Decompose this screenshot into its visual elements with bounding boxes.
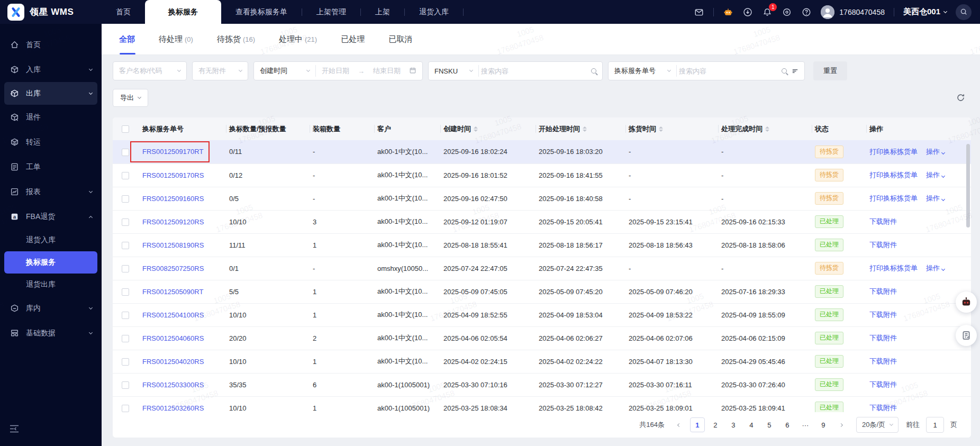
order-number-link[interactable]: FRS0012504100RS bbox=[142, 311, 204, 319]
download-attachment-link[interactable]: 下载附件 bbox=[869, 217, 897, 225]
order-number-link[interactable]: FRS0012503300RS bbox=[142, 381, 204, 389]
top-menu-item-shelf-management[interactable]: 上架管理 bbox=[302, 0, 360, 24]
export-button[interactable]: 导出 bbox=[113, 89, 148, 107]
goto-page-input[interactable] bbox=[926, 417, 944, 433]
row-checkbox[interactable] bbox=[122, 242, 129, 249]
top-menu-item-relabel-service[interactable]: 换标服务 bbox=[145, 0, 221, 24]
robot-assistant-icon[interactable] bbox=[723, 7, 733, 17]
filter-lines-icon[interactable] bbox=[791, 67, 804, 75]
order-search-input[interactable] bbox=[677, 62, 782, 80]
operation-dropdown[interactable]: 操作 bbox=[926, 194, 945, 202]
order-number-link[interactable]: FRS0012509170RS bbox=[142, 171, 204, 179]
order-number-link[interactable]: FRS0012504020RS bbox=[142, 358, 204, 366]
download-attachment-link[interactable]: 下载附件 bbox=[869, 380, 897, 388]
column-picked[interactable]: 拣货时间 bbox=[625, 117, 718, 140]
row-checkbox[interactable] bbox=[122, 265, 129, 272]
sidebar-item-returns[interactable]: 退件 bbox=[0, 105, 102, 130]
column-started[interactable]: 开始处理时间 bbox=[536, 117, 625, 140]
download-attachment-link[interactable]: 下载附件 bbox=[869, 311, 897, 318]
top-menu-item-view-relabel-orders[interactable]: 查看换标服务单 bbox=[221, 0, 302, 24]
logo[interactable]: 领星 WMS bbox=[0, 0, 102, 24]
sidebar-item-relabel-service[interactable]: 换标服务 bbox=[4, 251, 97, 274]
customer-filter-select[interactable]: 客户名称/代码 bbox=[113, 61, 187, 80]
page-5[interactable]: 5 bbox=[762, 417, 777, 432]
sidebar-item-return-inbound[interactable]: 退货入库 bbox=[0, 229, 102, 251]
sidebar-item-transfer[interactable]: 转运 bbox=[0, 130, 102, 154]
order-number-link[interactable]: FRS0012504060RS bbox=[142, 334, 204, 342]
refresh-icon[interactable] bbox=[956, 93, 965, 104]
sidebar-item-inbound[interactable]: 入库 bbox=[0, 57, 102, 82]
tab-processed[interactable]: 已处理 bbox=[341, 24, 365, 54]
select-all-checkbox[interactable] bbox=[122, 125, 129, 133]
row-checkbox[interactable] bbox=[122, 172, 129, 179]
page-1[interactable]: 1 bbox=[690, 417, 705, 432]
print-pick-list-link[interactable]: 打印换标拣货单 bbox=[869, 148, 918, 156]
tab-to-pick[interactable]: 待拣货(16) bbox=[217, 24, 255, 54]
bell-icon[interactable]: 1 bbox=[762, 7, 773, 17]
sidebar-item-base-data[interactable]: 基础数据 bbox=[0, 321, 102, 345]
assistant-robot-button[interactable] bbox=[956, 292, 977, 313]
operation-dropdown[interactable]: 操作 bbox=[926, 171, 945, 179]
fnsku-type-select[interactable]: FNSKU bbox=[429, 62, 478, 80]
download-attachment-link[interactable]: 下载附件 bbox=[869, 287, 897, 295]
row-checkbox[interactable] bbox=[122, 381, 129, 389]
top-menu-item-shelving[interactable]: 上架 bbox=[361, 0, 404, 24]
avatar[interactable] bbox=[821, 5, 834, 19]
order-number-link[interactable]: FRS0082507250RS bbox=[142, 265, 204, 272]
prev-page-button[interactable] bbox=[672, 417, 687, 432]
sidebar-item-reports[interactable]: 报表 bbox=[0, 179, 102, 204]
page-6[interactable]: 6 bbox=[780, 417, 795, 432]
page-4[interactable]: 4 bbox=[744, 417, 759, 432]
sort-icon[interactable] bbox=[474, 126, 478, 132]
date-range-picker[interactable]: 开始日期 → 结束日期 bbox=[316, 62, 422, 80]
operation-dropdown[interactable]: 操作 bbox=[926, 264, 945, 272]
warehouse-select[interactable]: 美西仓001 bbox=[903, 7, 947, 17]
settings-icon[interactable] bbox=[782, 7, 792, 17]
sidebar-item-outbound[interactable]: 出库 bbox=[4, 82, 97, 105]
top-menu-item-return-inbound[interactable]: 退货入库 bbox=[405, 0, 463, 24]
tab-cancelled[interactable]: 已取消 bbox=[388, 24, 412, 54]
page-9[interactable]: 9 bbox=[816, 417, 831, 432]
operation-dropdown[interactable]: 操作 bbox=[926, 148, 945, 156]
sort-icon[interactable] bbox=[659, 126, 663, 132]
order-number-link[interactable]: FRS0012505090RT bbox=[142, 288, 203, 296]
row-checkbox[interactable] bbox=[122, 195, 129, 203]
search-icon[interactable] bbox=[782, 68, 791, 74]
row-checkbox[interactable] bbox=[122, 405, 129, 412]
print-pick-list-link[interactable]: 打印换标拣货单 bbox=[869, 194, 918, 202]
sidebar-item-in-warehouse[interactable]: 库内 bbox=[0, 296, 102, 321]
order-number-link[interactable]: FRS0012509120RS bbox=[142, 218, 204, 226]
survey-button[interactable] bbox=[956, 325, 977, 346]
order-type-select[interactable]: 换标服务单号 bbox=[609, 62, 676, 80]
reset-button[interactable]: 重置 bbox=[813, 61, 847, 80]
column-completed[interactable]: 处理完成时间 bbox=[718, 117, 812, 140]
sidebar-item-work-order[interactable]: 工单 bbox=[0, 154, 102, 179]
sidebar-item-fba-returns[interactable]: aFBA退货 bbox=[0, 204, 102, 229]
tab-pending[interactable]: 待处理(0) bbox=[159, 24, 193, 54]
column-created[interactable]: 创建时间 bbox=[440, 117, 536, 140]
download-attachment-link[interactable]: 下载附件 bbox=[869, 357, 897, 365]
download-attachment-link[interactable]: 下载附件 bbox=[869, 404, 897, 412]
download-icon[interactable] bbox=[742, 7, 753, 17]
attachment-filter-select[interactable]: 有无附件 bbox=[192, 61, 248, 80]
tab-processing[interactable]: 处理中(21) bbox=[279, 24, 317, 54]
help-icon[interactable] bbox=[801, 7, 812, 17]
collapse-sidebar-button[interactable] bbox=[10, 425, 19, 434]
order-number-link[interactable]: FRS0012508190RS bbox=[142, 241, 204, 249]
download-attachment-link[interactable]: 下载附件 bbox=[869, 241, 897, 249]
fnsku-search-input[interactable] bbox=[479, 62, 591, 80]
download-attachment-link[interactable]: 下载附件 bbox=[869, 334, 897, 342]
sort-icon[interactable] bbox=[765, 126, 769, 132]
page-3[interactable]: 3 bbox=[726, 417, 741, 432]
row-checkbox[interactable] bbox=[122, 288, 129, 296]
order-number-link[interactable]: FRS0012509170RT bbox=[142, 148, 203, 156]
page-2[interactable]: 2 bbox=[708, 417, 723, 432]
row-checkbox[interactable] bbox=[122, 358, 129, 366]
row-checkbox[interactable] bbox=[122, 149, 129, 156]
order-number-link[interactable]: FRS0012509160RS bbox=[142, 195, 204, 203]
global-search-button[interactable] bbox=[956, 4, 972, 20]
row-checkbox[interactable] bbox=[122, 219, 129, 226]
order-number-link[interactable]: FRS0012503260RS bbox=[142, 404, 204, 412]
sidebar-item-return-outbound[interactable]: 退货出库 bbox=[0, 274, 102, 296]
print-pick-list-link[interactable]: 打印换标拣货单 bbox=[869, 264, 918, 272]
